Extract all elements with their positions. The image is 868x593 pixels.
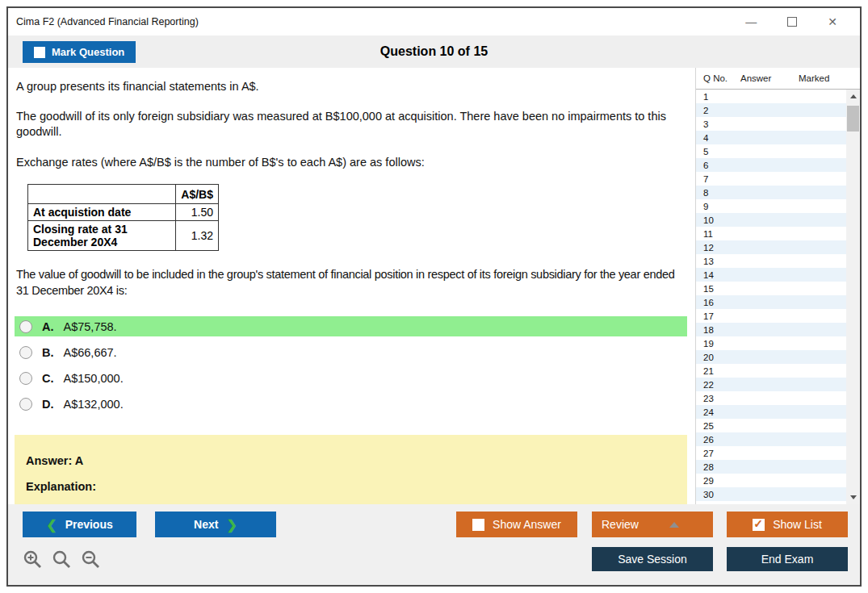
end-exam-button[interactable]: End Exam (727, 547, 848, 571)
question-list-row[interactable]: 15 (696, 282, 846, 295)
window-controls: — ✕ (745, 16, 852, 27)
option-letter: A. (42, 320, 54, 333)
question-list-row[interactable]: 12 (696, 240, 846, 254)
question-list-row[interactable]: 28 (696, 460, 846, 474)
save-session-label: Save Session (618, 553, 687, 566)
question-list-row[interactable]: 19 (696, 336, 846, 350)
scroll-up-icon[interactable] (846, 90, 860, 103)
question-list-row[interactable]: 8 (696, 186, 846, 199)
zoom-in-icon[interactable] (23, 549, 44, 570)
question-list-row[interactable]: 30 (696, 487, 846, 501)
question-list-row[interactable]: 10 (696, 213, 846, 227)
close-icon[interactable]: ✕ (828, 16, 837, 27)
explanation-label: Explanation: (26, 480, 676, 493)
question-list-row[interactable]: 9 (696, 199, 846, 213)
option-text: A$150,000. (64, 372, 124, 385)
question-list: 1234567891011121314151617181920212223242… (696, 90, 846, 504)
mark-question-button[interactable]: Mark Question (23, 41, 136, 63)
zoom-toolbar (23, 549, 102, 570)
question-list-row[interactable]: 16 (696, 295, 846, 309)
scroll-down-icon[interactable] (846, 491, 860, 504)
end-exam-label: End Exam (761, 553, 814, 566)
chevron-left-icon: ❮ (46, 517, 57, 532)
header-band: Mark Question Question 10 of 15 (8, 35, 860, 68)
question-paragraph: The goodwill of its only foreign subsidi… (15, 109, 687, 140)
option-row-c[interactable]: C. A$150,000. (15, 368, 687, 388)
minimize-icon[interactable]: — (745, 16, 757, 27)
question-list-row[interactable]: 22 (696, 378, 846, 391)
radio-button-b[interactable] (19, 346, 32, 359)
question-list-row[interactable]: 4 (696, 131, 846, 144)
question-list-row[interactable]: 11 (696, 227, 846, 240)
question-list-row[interactable]: 24 (696, 405, 846, 419)
question-list-header: Q No. Answer Marked (696, 68, 860, 89)
question-list-row[interactable]: 25 (696, 419, 846, 432)
show-answer-checkbox[interactable] (472, 519, 484, 531)
footer-bar: ❮ Previous Next ❯ Show Answer Review Sho… (8, 504, 860, 585)
maximize-icon[interactable] (787, 17, 797, 27)
question-list-sidebar: Q No. Answer Marked 12345678910111213141… (695, 68, 860, 504)
question-list-row[interactable]: 2 (696, 103, 846, 117)
content-area: A group presents its financial statement… (8, 68, 860, 504)
zoom-reset-icon[interactable] (52, 549, 73, 570)
option-row-a[interactable]: A. A$75,758. (15, 316, 687, 336)
option-letter: B. (42, 346, 54, 359)
title-bar: Cima F2 (Advanced Financial Reporting) —… (8, 8, 860, 35)
question-list-row[interactable]: 13 (696, 254, 846, 268)
question-panel: A group presents its financial statement… (8, 68, 695, 504)
show-list-label: Show List (773, 518, 822, 531)
question-list-row[interactable]: 18 (696, 323, 846, 336)
question-list-row[interactable]: 17 (696, 309, 846, 323)
table-cell-label: Closing rate at 31 December 20X4 (28, 221, 176, 251)
table-cell-value: 1.32 (176, 221, 219, 251)
mark-question-checkbox[interactable] (34, 47, 45, 58)
save-session-button[interactable]: Save Session (592, 547, 713, 571)
show-answer-label: Show Answer (493, 518, 561, 531)
question-list-row[interactable]: 3 (696, 117, 846, 131)
question-list-row[interactable]: 29 (696, 474, 846, 487)
option-row-b[interactable]: B. A$66,667. (15, 342, 687, 362)
question-list-row[interactable]: 6 (696, 158, 846, 172)
column-header-qno: Q No. (696, 73, 740, 83)
show-answer-button[interactable]: Show Answer (456, 512, 577, 537)
option-letter: D. (42, 398, 54, 411)
question-list-row[interactable]: 23 (696, 391, 846, 405)
mark-question-label: Mark Question (52, 46, 124, 58)
exchange-rate-table: A$/B$ At acquistion date 1.50 Closing ra… (27, 184, 219, 251)
answer-explanation-panel: Answer: A Explanation: (15, 435, 687, 504)
answer-label: Answer: A (26, 454, 676, 467)
column-header-marked: Marked (799, 73, 847, 83)
review-button[interactable]: Review (592, 512, 713, 537)
question-list-row[interactable]: 1 (696, 90, 846, 103)
question-paragraph: A group presents its financial statement… (15, 79, 687, 95)
table-header-empty (28, 185, 176, 204)
table-cell-label: At acquistion date (28, 204, 176, 221)
zoom-out-icon[interactable] (81, 549, 102, 570)
show-list-checkbox[interactable] (753, 519, 765, 531)
question-list-row[interactable]: 27 (696, 446, 846, 460)
option-text: A$66,667. (64, 346, 117, 359)
app-window: Cima F2 (Advanced Financial Reporting) —… (6, 6, 862, 587)
question-list-row[interactable]: 26 (696, 432, 846, 446)
question-list-row[interactable]: 21 (696, 364, 846, 378)
option-text: A$75,758. (64, 320, 117, 333)
question-list-row[interactable]: 14 (696, 268, 846, 282)
question-list-row[interactable]: 20 (696, 350, 846, 364)
question-list-row[interactable]: 5 (696, 144, 846, 158)
question-list-scrollbar[interactable] (846, 90, 860, 504)
next-label: Next (194, 518, 218, 531)
scrollbar-thumb[interactable] (847, 106, 859, 132)
previous-button[interactable]: ❮ Previous (23, 512, 136, 537)
radio-button-d[interactable] (19, 398, 32, 411)
answer-options: A. A$75,758. B. A$66,667. C. A$150,000. … (15, 316, 687, 414)
question-stem: The value of goodwill to be included in … (15, 267, 687, 299)
radio-button-c[interactable] (19, 372, 32, 385)
show-list-button[interactable]: Show List (727, 512, 848, 537)
radio-button-a[interactable] (19, 320, 32, 333)
dropdown-up-icon (669, 522, 679, 528)
review-label: Review (602, 518, 639, 531)
next-button[interactable]: Next ❯ (155, 512, 276, 537)
table-cell-value: 1.50 (176, 204, 219, 221)
option-row-d[interactable]: D. A$132,000. (15, 394, 687, 414)
question-list-row[interactable]: 7 (696, 172, 846, 186)
